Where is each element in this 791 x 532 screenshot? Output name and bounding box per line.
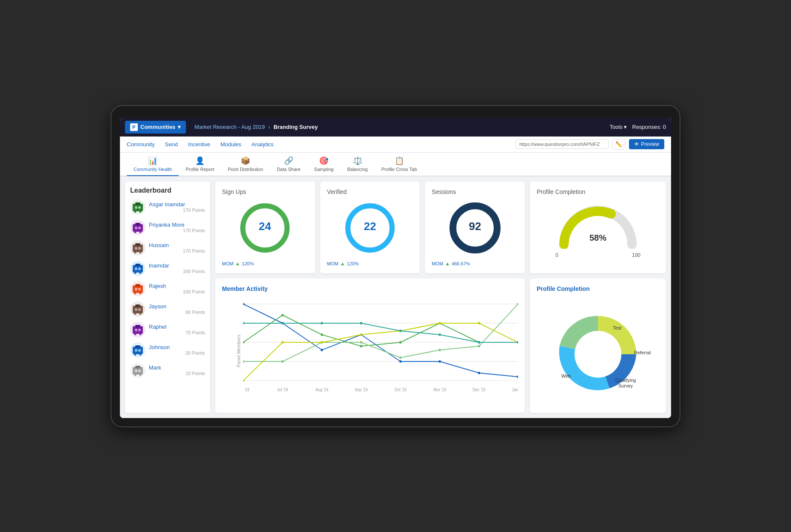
breadcrumb: Market Research - Aug 2019 › Branding Su… [194,124,318,130]
svg-point-38 [135,329,137,331]
point-distribution-icon: 📦 [241,156,250,165]
svg-rect-23 [139,273,141,274]
svg-point-97 [243,360,245,363]
svg-text:Qualifying: Qualifying [615,378,636,383]
svg-rect-40 [134,334,136,335]
svg-point-113 [243,322,245,324]
svg-point-8 [135,227,137,229]
svg-point-102 [438,349,441,351]
profile-donut-card: Profile Completion [530,279,666,413]
svg-point-14 [135,247,137,250]
svg-text:Nov '19: Nov '19 [433,387,446,392]
svg-rect-28 [134,293,136,294]
nav-modules[interactable]: Modules [220,141,241,148]
list-item: Asgar Inamdar 170 Points [130,199,205,215]
svg-point-101 [399,356,401,359]
svg-point-121 [575,331,621,378]
nav-incentive[interactable]: Incentive [188,141,210,148]
tab-balancing[interactable]: ⚖️ Balancing [340,153,374,176]
svg-point-90 [282,314,284,316]
list-item: Inamdar 160 Points [130,261,205,276]
svg-point-45 [138,349,141,352]
svg-point-27 [138,288,141,290]
svg-point-26 [135,288,137,290]
svg-text:Jun '19: Jun '19 [243,387,249,392]
svg-rect-22 [134,273,136,274]
lb-points: 10 Points [149,371,205,376]
svg-text:Survey: Survey [618,383,633,388]
breadcrumb-link[interactable]: Market Research - Aug 2019 [194,124,265,130]
edit-url-button[interactable]: ✏️ [612,139,626,150]
nav-community[interactable]: Community [127,141,155,148]
list-item: Mark 10 Points [130,363,205,378]
lb-name: Rajesh [149,283,205,289]
lb-name: Johnson [149,344,205,350]
profile-completion-gauge-title: Profile Completion [537,188,659,195]
sampling-icon: 🎯 [319,156,328,165]
svg-point-98 [282,360,284,363]
svg-point-118 [438,333,441,336]
list-item: Rajesh 150 Points [130,281,205,296]
signups-title: Sign Ups [222,188,308,195]
svg-rect-53 [139,375,141,376]
svg-point-20 [135,267,137,270]
svg-text:Referral: Referral [634,350,651,355]
avatar [130,281,145,296]
activity-chart: 10 7.5 5 2.5 0 Jun '19 Jul '19 Aug '19 S… [243,296,518,406]
svg-text:Sep '19: Sep '19 [355,387,367,392]
verified-card: Verified 22 MOM ▲ 120% [320,182,420,273]
tools-button[interactable]: Tools ▾ [610,124,627,130]
svg-point-93 [399,341,401,344]
list-item: Hussain 170 Points [130,240,205,256]
tab-sampling[interactable]: 🎯 Sampling [307,153,341,176]
lb-points: 170 Points [149,228,205,233]
svg-rect-29 [139,293,141,294]
svg-text:Web: Web [561,373,571,378]
lb-name: Priyanka More [149,222,205,228]
svg-rect-11 [139,232,141,233]
svg-text:22: 22 [364,220,376,233]
svg-point-87 [478,372,480,374]
preview-button[interactable]: 👁 Preview [629,139,664,149]
tab-community-health[interactable]: 📊 Community Health [127,153,179,176]
profile-completion-gauge-card: Profile Completion 58% 0 [530,182,666,273]
svg-text:Jan '19: Jan '19 [512,387,518,392]
svg-point-83 [321,349,323,351]
avatar [130,220,145,235]
svg-text:Aug '19: Aug '19 [316,387,328,392]
svg-rect-5 [139,211,141,213]
community-health-icon: 📊 [148,156,157,165]
nav-send[interactable]: Send [165,141,178,148]
avatar [130,261,145,276]
list-item: Priyanka More 170 Points [130,220,205,235]
signups-mom: MOM ▲ 120% [222,261,308,267]
tab-profile-cross-tab[interactable]: 📋 Profile Cross Tab [375,153,424,176]
svg-point-91 [321,333,323,336]
svg-rect-47 [139,354,141,356]
tab-profile-report[interactable]: 👤 Profile Report [179,153,221,176]
balancing-icon: ⚖️ [353,156,362,165]
url-input[interactable] [515,139,609,149]
lb-name: Hussain [149,242,205,248]
gauge-labels: 0 100 [555,252,640,258]
list-item: Raphel 70 Points [130,322,205,337]
donut-chart: Test Referral Qualifying Survey Web [543,299,653,397]
svg-rect-10 [134,232,136,233]
tab-point-distribution[interactable]: 📦 Point Distribution [221,153,270,176]
lb-name: Jayson [149,303,205,310]
responses-count: Responses: 0 [632,124,666,130]
list-item: Johnson 20 Points [130,342,205,358]
verified-mom: MOM ▲ 120% [327,261,413,267]
p-logo: P [130,123,138,131]
svg-rect-37 [135,325,140,327]
svg-point-107 [321,341,323,344]
svg-point-9 [138,227,141,229]
svg-point-119 [478,341,480,344]
nav-analytics[interactable]: Analytics [251,141,273,148]
tab-data-share[interactable]: 🔗 Data Share [270,153,307,176]
communities-button[interactable]: P Communities ▾ [125,121,186,134]
svg-point-32 [135,308,137,311]
svg-point-85 [399,360,401,363]
leaderboard-panel: Leaderboard Asgar Inamdar 170 Points [125,182,210,413]
svg-text:24: 24 [259,220,271,233]
